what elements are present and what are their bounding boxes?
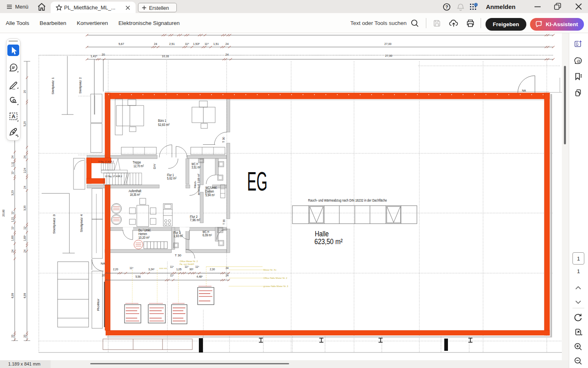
svg-text:Office Halle Mieter Nr. 2: Office Halle Mieter Nr. 2 bbox=[263, 277, 287, 279]
svg-text:5,20: 5,20 bbox=[23, 121, 26, 126]
svg-text:24: 24 bbox=[225, 43, 229, 45]
svg-text:NA: NA bbox=[522, 89, 526, 92]
svg-text:11⁵: 11⁵ bbox=[11, 171, 14, 175]
svg-text:T 30: T 30 bbox=[222, 137, 225, 143]
svg-text:xxxx xxx: xxxx xxx bbox=[159, 267, 167, 269]
svg-text:24: 24 bbox=[11, 249, 14, 253]
svg-text:Stellplatz 3: Stellplatz 3 bbox=[53, 214, 56, 234]
svg-text:grosse Halle Mieter Nr. 3: grosse Halle Mieter Nr. 3 bbox=[263, 285, 288, 287]
svg-text:2,20: 2,20 bbox=[113, 268, 118, 271]
svg-text:11⁵: 11⁵ bbox=[11, 226, 14, 230]
svg-text:Rolltor: Rolltor bbox=[97, 298, 100, 311]
svg-text:11⁵: 11⁵ bbox=[23, 226, 26, 230]
svg-text:Haus-: Haus- bbox=[193, 181, 197, 188]
svg-text:?: ? bbox=[445, 4, 448, 9]
svg-text:3,23: 3,23 bbox=[11, 190, 14, 195]
svg-text:Stellplatz 2: Stellplatz 2 bbox=[79, 77, 82, 94]
svg-text:11⁵: 11⁵ bbox=[170, 265, 174, 268]
svg-text:11⁵: 11⁵ bbox=[129, 267, 134, 269]
svg-text:D/V: D/V bbox=[153, 164, 156, 169]
svg-text:24: 24 bbox=[225, 267, 229, 269]
svg-text:3,30: 3,30 bbox=[23, 205, 26, 211]
svg-text:90⁵: 90⁵ bbox=[189, 268, 194, 271]
svg-text:1,93 m²: 1,93 m² bbox=[174, 234, 183, 238]
svg-text:6,09 m²: 6,09 m² bbox=[203, 233, 212, 237]
svg-text:1,83⁵: 1,83⁵ bbox=[23, 235, 26, 241]
svg-text:Halle: Halle bbox=[315, 230, 329, 238]
svg-text:3,24⁵: 3,24⁵ bbox=[148, 268, 155, 271]
svg-text:18,35 m²: 18,35 m² bbox=[130, 193, 140, 197]
svg-text:24: 24 bbox=[23, 249, 26, 253]
svg-text:Rauch- und Wärmeabzug nach DIN: Rauch- und Wärmeabzug nach DIN 18232 in … bbox=[308, 198, 387, 202]
svg-text:20: 20 bbox=[102, 53, 105, 56]
svg-text:20,80: 20,80 bbox=[2, 209, 5, 217]
svg-text:2,30: 2,30 bbox=[210, 268, 215, 271]
svg-text:6 Stg. 17,4/28,2: 6 Stg. 17,4/28,2 bbox=[98, 160, 114, 163]
svg-text:T 30: T 30 bbox=[223, 219, 225, 224]
svg-text:Office Mieter Nr. 2: Office Mieter Nr. 2 bbox=[180, 260, 198, 263]
svg-text:@: @ bbox=[577, 59, 581, 63]
svg-text:1,21: 1,21 bbox=[11, 217, 14, 222]
svg-text:Büro 1: Büro 1 bbox=[158, 119, 166, 123]
svg-text:11⁵: 11⁵ bbox=[195, 265, 199, 268]
svg-text:Stellplatz 1: Stellplatz 1 bbox=[51, 77, 55, 94]
svg-text:623,50 m²: 623,50 m² bbox=[314, 237, 343, 246]
svg-text:2,51: 2,51 bbox=[169, 43, 175, 45]
svg-text:11⁵: 11⁵ bbox=[170, 274, 174, 277]
svg-text:1,83⁵: 1,83⁵ bbox=[11, 235, 14, 241]
svg-text:24: 24 bbox=[23, 155, 26, 159]
svg-text:4,48⁵: 4,48⁵ bbox=[196, 275, 203, 278]
svg-text:7,96 m²: 7,96 m² bbox=[190, 218, 200, 222]
svg-text:24: 24 bbox=[11, 155, 14, 159]
svg-text:anschluß 3,89 m²: anschluß 3,89 m² bbox=[197, 174, 200, 195]
svg-text:6,99: 6,99 bbox=[23, 293, 26, 298]
svg-text:10,16: 10,16 bbox=[162, 55, 169, 58]
svg-text:20: 20 bbox=[23, 334, 26, 338]
svg-text:5,67: 5,67 bbox=[118, 43, 124, 45]
svg-text:T 30: T 30 bbox=[175, 254, 181, 257]
svg-text:24: 24 bbox=[154, 43, 157, 45]
svg-text:5,56: 5,56 bbox=[136, 275, 141, 278]
svg-text:EG: EG bbox=[247, 167, 267, 196]
svg-text:3,51 m²: 3,51 m² bbox=[192, 165, 200, 169]
svg-text:13 Stg. 17,4/28,2: 13 Stg. 17,4/28,2 bbox=[105, 175, 122, 177]
svg-text:1,53⁵: 1,53⁵ bbox=[193, 43, 200, 45]
svg-text:5,94 m²: 5,94 m² bbox=[205, 193, 215, 197]
svg-text:24: 24 bbox=[225, 274, 229, 277]
svg-text:12,70 m²: 12,70 m² bbox=[134, 164, 144, 168]
svg-text:24: 24 bbox=[225, 53, 229, 56]
svg-text:20: 20 bbox=[11, 334, 14, 338]
svg-text:1,51: 1,51 bbox=[213, 43, 219, 45]
svg-text:Mieter Nr. Xx: Mieter Nr. Xx bbox=[263, 269, 276, 271]
svg-text:Stellplatz 4: Stellplatz 4 bbox=[80, 214, 83, 232]
svg-text:11⁵: 11⁵ bbox=[205, 43, 209, 45]
svg-text:1,11: 1,11 bbox=[11, 162, 14, 167]
svg-text:11⁵: 11⁵ bbox=[11, 211, 14, 215]
svg-text:10,20 m²: 10,20 m² bbox=[138, 236, 149, 240]
svg-text:Fa. xyz GmbH: Fa. xyz GmbH bbox=[180, 263, 194, 265]
svg-text:5,62 m²: 5,62 m² bbox=[167, 176, 176, 180]
svg-text:20: 20 bbox=[23, 90, 26, 93]
svg-text:52,83 m²: 52,83 m² bbox=[158, 123, 169, 127]
svg-text:1,05: 1,05 bbox=[176, 268, 182, 271]
svg-text:20: 20 bbox=[102, 274, 105, 277]
svg-text:27,00: 27,00 bbox=[385, 54, 392, 57]
svg-text:1,41⁵: 1,41⁵ bbox=[91, 55, 98, 58]
svg-text:24: 24 bbox=[23, 186, 26, 189]
svg-text:11⁵: 11⁵ bbox=[185, 43, 189, 45]
svg-text:A: A bbox=[11, 113, 16, 119]
svg-text:6,99: 6,99 bbox=[11, 293, 14, 298]
svg-text:2,24: 2,24 bbox=[23, 168, 26, 173]
svg-text:NA: NA bbox=[101, 262, 105, 265]
svg-text:11⁵: 11⁵ bbox=[185, 265, 189, 268]
svg-text:27,00: 27,00 bbox=[384, 43, 392, 45]
